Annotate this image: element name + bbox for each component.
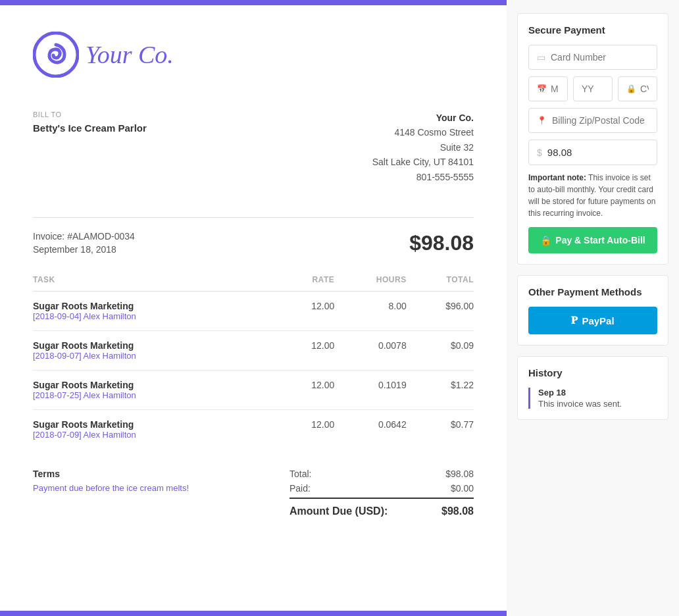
bill-to-section: BILL TO Betty's Ice Cream Parlor: [33, 111, 147, 184]
address-line2: Suite 32: [372, 140, 474, 155]
task-amount: $96.00: [407, 291, 474, 330]
invoice-details: Invoice: #ALAMOD-0034 September 18, 2018: [33, 231, 135, 255]
paid-row: Paid: $0.00: [289, 483, 474, 494]
task-name: Sugar Roots Marketing: [33, 301, 280, 311]
history-list: Sep 18 This invoice was sent.: [528, 388, 657, 409]
invoice-panel: Your Co. BILL TO Betty's Ice Cream Parlo…: [0, 0, 507, 616]
table-row: Sugar Roots Marketing [2018-07-25] Alex …: [33, 370, 474, 409]
invoice-number: Invoice: #ALAMOD-0034: [33, 231, 135, 242]
pay-button-label: Pay & Start Auto-Bill: [555, 235, 645, 245]
terms-totals: Terms Payment due before the ice cream m…: [33, 469, 474, 517]
amount-due-row: Amount Due (USD): $98.08: [289, 498, 474, 517]
company-name: Your Co.: [372, 111, 474, 125]
paypal-label: PayPal: [582, 315, 614, 326]
cvc-input[interactable]: [640, 84, 649, 94]
invoice-total-display: $98.08: [409, 231, 474, 255]
card-date-row: 📅 🔒: [528, 76, 657, 101]
zip-field[interactable]: 📍: [528, 108, 657, 133]
other-payment-section: Other Payment Methods 𝐏 PayPal: [517, 275, 668, 346]
task-hours: 0.0078: [334, 330, 406, 370]
svg-point-0: [34, 33, 78, 76]
terms-section: Terms Payment due before the ice cream m…: [33, 469, 289, 517]
company-phone: 801-555-5555: [372, 170, 474, 184]
calendar-icon: 📅: [537, 84, 547, 93]
col-header-hours: Hours: [334, 275, 406, 292]
divider-1: [33, 217, 474, 218]
table-row: Sugar Roots Marketing [2018-09-04] Alex …: [33, 291, 474, 330]
paypal-icon: 𝐏: [571, 315, 578, 326]
card-number-field[interactable]: ▭: [528, 45, 657, 70]
lock-icon: 🔒: [626, 84, 636, 93]
logo-area: Your Co.: [33, 32, 474, 78]
task-rate: 12.00: [280, 409, 335, 449]
card-icon: ▭: [537, 52, 545, 63]
pay-button[interactable]: 🔒 Pay & Start Auto-Bill: [528, 227, 657, 253]
table-row: Sugar Roots Marketing [2018-07-09] Alex …: [33, 409, 474, 449]
paid-value: $0.00: [451, 483, 474, 494]
yy-field[interactable]: [573, 76, 613, 101]
history-title: History: [528, 367, 657, 378]
task-amount: $0.09: [407, 330, 474, 370]
amount-input[interactable]: [547, 147, 649, 158]
task-meta: [2018-07-09] Alex Hamilton: [33, 430, 280, 446]
history-content: Sep 18 This invoice was sent.: [538, 388, 622, 409]
invoice-meta: Invoice: #ALAMOD-0034 September 18, 2018…: [33, 231, 474, 255]
history-section: History Sep 18 This invoice was sent.: [517, 356, 668, 420]
task-meta: [2018-09-07] Alex Hamilton: [33, 351, 280, 367]
client-name: Betty's Ice Cream Parlor: [33, 122, 147, 134]
paid-label: Paid:: [289, 483, 311, 494]
bill-to-label: BILL TO: [33, 111, 147, 118]
cvc-field[interactable]: 🔒: [618, 76, 657, 101]
col-header-total: Total: [407, 275, 474, 292]
location-icon: 📍: [537, 116, 547, 125]
important-note-bold: Important note:: [528, 173, 586, 182]
mm-field[interactable]: 📅: [528, 76, 568, 101]
task-rate: 12.00: [280, 370, 335, 409]
paypal-button[interactable]: 𝐏 PayPal: [528, 307, 657, 334]
task-name: Sugar Roots Marketing: [33, 419, 280, 430]
secure-payment-section: Secure Payment ▭ 📅 🔒 📍: [517, 13, 668, 265]
tasks-table: Task Rate Hours Total Sugar Roots Market…: [33, 275, 474, 449]
task-name: Sugar Roots Marketing: [33, 380, 280, 390]
task-hours: 0.0642: [334, 409, 406, 449]
col-header-task: Task: [33, 275, 280, 292]
task-amount: $0.77: [407, 409, 474, 449]
dollar-icon: $: [537, 147, 542, 158]
card-number-input[interactable]: [551, 52, 649, 63]
company-logo-icon: [33, 32, 79, 78]
lock-icon-btn: 🔒: [540, 235, 551, 245]
amount-field[interactable]: $: [528, 140, 657, 165]
task-hours: 8.00: [334, 291, 406, 330]
terms-value: Payment due before the ice cream melts!: [33, 483, 289, 493]
history-description: This invoice was sent.: [538, 399, 622, 409]
history-item: Sep 18 This invoice was sent.: [528, 388, 657, 409]
task-rate: 12.00: [280, 291, 335, 330]
task-hours: 0.1019: [334, 370, 406, 409]
amount-due-value: $98.08: [441, 505, 474, 517]
address-line3: Salt Lake City, UT 84101: [372, 155, 474, 169]
totals-section: Total: $98.08 Paid: $0.00 Amount Due (US…: [289, 469, 474, 517]
payment-panel: Secure Payment ▭ 📅 🔒 📍: [507, 0, 679, 616]
zip-input[interactable]: [552, 115, 649, 126]
billing-section: BILL TO Betty's Ice Cream Parlor Your Co…: [33, 111, 474, 184]
important-note: Important note: This invoice is set to a…: [528, 172, 657, 219]
total-label: Total:: [289, 469, 311, 479]
yy-input[interactable]: [582, 84, 604, 94]
terms-label: Terms: [33, 469, 289, 479]
total-value: $98.08: [445, 469, 474, 479]
total-row: Total: $98.08: [289, 469, 474, 479]
mm-input[interactable]: [551, 84, 559, 94]
task-meta: [2018-09-04] Alex Hamilton: [33, 311, 280, 328]
col-header-rate: Rate: [280, 275, 335, 292]
other-payment-title: Other Payment Methods: [528, 286, 657, 297]
secure-payment-title: Secure Payment: [528, 24, 657, 36]
task-name: Sugar Roots Marketing: [33, 340, 280, 351]
invoice-date: September 18, 2018: [33, 244, 135, 255]
amount-due-label: Amount Due (USD):: [289, 505, 388, 517]
task-rate: 12.00: [280, 330, 335, 370]
task-amount: $1.22: [407, 370, 474, 409]
company-address: Your Co. 4148 Cosmo Street Suite 32 Salt…: [372, 111, 474, 184]
history-date: Sep 18: [538, 388, 622, 398]
task-meta: [2018-07-25] Alex Hamilton: [33, 390, 280, 407]
company-logo-text: Your Co.: [86, 40, 174, 69]
